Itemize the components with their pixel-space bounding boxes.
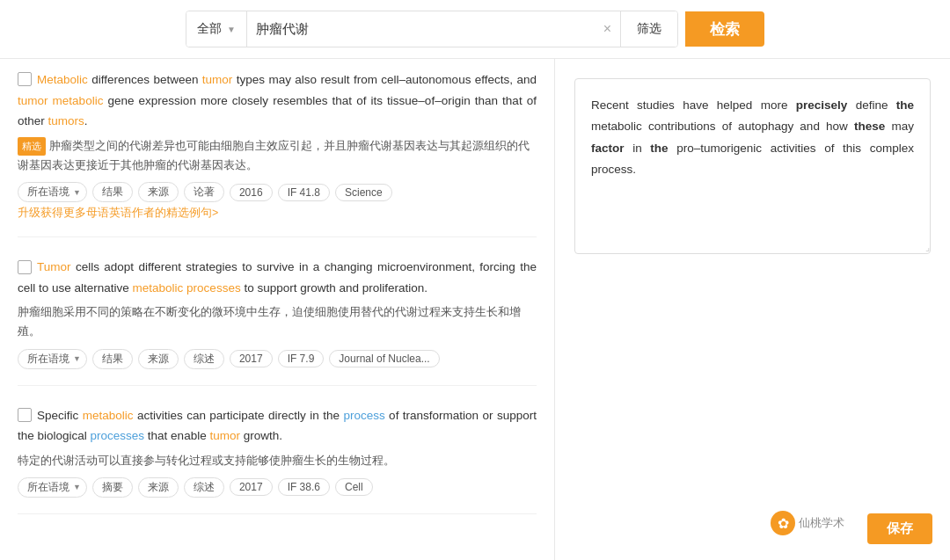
watermark: ✿ 仙桃学术 <box>771 511 844 535</box>
tag-source-1[interactable]: 来源 <box>138 182 179 202</box>
trans2-hl-1: 肿瘤 <box>18 305 40 318</box>
main-content: Metabolic differences between tumor type… <box>0 59 950 560</box>
tag-result-2[interactable]: 结果 <box>92 349 133 369</box>
trans-hl-5: 代谢 <box>178 158 201 171</box>
result-english-text-3: Specific metabolic activities can partic… <box>18 405 537 447</box>
result-translation-1: 精选肿瘤类型之间的代谢差异也可能由细胞自主效应引起，并且肿瘤代谢基因表达与其起源… <box>18 136 537 175</box>
trans-hl-2: 肿瘤代谢 <box>347 139 392 152</box>
result-translation-2: 肿瘤细胞采用不同的策略在不断变化的微环境中生存，迫使细胞使用替代的代谢过程来支持… <box>18 302 537 341</box>
trans-hl-4: 肿瘤 <box>143 158 166 171</box>
tag-abstract-3[interactable]: 摘要 <box>92 477 133 498</box>
right-panel-content: Recent studies have helped more precisel… <box>574 78 931 254</box>
upgrade-link[interactable]: 升级获得更多母语英语作者的精选例句> <box>18 206 218 221</box>
word-process-1: process <box>343 409 384 422</box>
tag-source-3[interactable]: 来源 <box>138 477 179 498</box>
tag-zongsu-3[interactable]: 综述 <box>184 477 224 498</box>
trans3-hl-2: 肿瘤 <box>281 454 303 467</box>
search-clear-button[interactable]: × <box>595 21 620 37</box>
results-panel: Metabolic differences between tumor type… <box>0 59 554 560</box>
item-icon-1 <box>18 72 32 86</box>
watermark-text: 仙桃学术 <box>799 515 844 531</box>
result-english-text: Metabolic differences between tumor type… <box>18 69 537 132</box>
tag-context-3[interactable]: 所在语境▼ <box>18 477 87 498</box>
tag-result-1[interactable]: 结果 <box>92 182 133 202</box>
tag-journal-1[interactable]: Science <box>335 184 392 201</box>
result-translation-3: 特定的代谢活动可以直接参与转化过程或支持能够使肿瘤生长的生物过程。 <box>18 451 537 470</box>
tag-if-2[interactable]: IF 7.9 <box>278 350 325 367</box>
tag-if-1[interactable]: IF 41.8 <box>278 184 330 201</box>
word-metabolic-2: metabolic <box>53 94 104 107</box>
resize-handle-icon[interactable]: ⌟ <box>917 241 930 253</box>
item-icon-3 <box>18 408 32 422</box>
tag-arrow-icon-2: ▼ <box>73 354 81 363</box>
word-tumor-3: Tumor <box>37 260 71 273</box>
result-item-3: Specific metabolic activities can partic… <box>18 405 537 514</box>
word-tumor-2: tumor <box>18 94 48 107</box>
search-category-label: 全部 <box>197 21 222 37</box>
search-category-dropdown[interactable]: 全部 ▼ <box>186 11 247 47</box>
watermark-icon: ✿ <box>771 511 795 535</box>
tag-context-1[interactable]: 所在语境▼ <box>18 182 87 202</box>
tag-context-2[interactable]: 所在语境▼ <box>18 349 87 369</box>
search-container: 全部 ▼ × 筛选 <box>186 11 678 47</box>
search-input[interactable] <box>247 11 595 47</box>
search-bar: 全部 ▼ × 筛选 检索 <box>0 0 950 59</box>
trans2-hl-2: 代谢 <box>395 305 418 318</box>
tag-source-2[interactable]: 来源 <box>138 349 179 369</box>
trans3-hl-1: 代谢 <box>52 454 75 467</box>
item-icon-2 <box>18 260 32 274</box>
word-metabolic-1: Metabolic <box>37 73 88 86</box>
category-arrow-icon: ▼ <box>227 25 236 34</box>
trans-hl-3: 代谢 <box>18 139 530 171</box>
tag-arrow-icon-1: ▼ <box>73 188 81 197</box>
word-metabolic-processes: metabolic processes <box>133 281 241 295</box>
tag-journal-2[interactable]: Journal of Nuclea... <box>329 350 439 367</box>
tag-journal-3[interactable]: Cell <box>335 478 373 496</box>
search-button[interactable]: 检索 <box>685 11 764 47</box>
badge-jingxuan-1: 精选 <box>18 137 46 156</box>
result-english-text-2: Tumor cells adopt different strategies t… <box>18 257 537 298</box>
word-tumors-1: tumors <box>48 114 84 127</box>
right-panel: Recent studies have helped more precisel… <box>554 59 950 560</box>
tag-lunzhu-1[interactable]: 论著 <box>184 182 224 202</box>
tags-row-1: 所在语境▼ 结果 来源 论著 2016 IF 41.8 Science <box>18 182 537 202</box>
tag-year-3[interactable]: 2017 <box>230 478 273 496</box>
result-item: Metabolic differences between tumor type… <box>18 69 537 237</box>
tag-arrow-icon-3: ▼ <box>73 483 81 491</box>
save-button[interactable]: 保存 <box>867 513 932 544</box>
tag-if-3[interactable]: IF 38.6 <box>278 478 330 496</box>
right-panel-text: Recent studies have helped more precisel… <box>591 95 914 180</box>
tags-row-2: 所在语境▼ 结果 来源 综述 2017 IF 7.9 Journal of Nu… <box>18 349 537 369</box>
trans-hl-1: 代谢 <box>129 139 152 152</box>
tag-zongsu-2[interactable]: 综述 <box>184 349 224 369</box>
word-tumor-1: tumor <box>202 73 233 86</box>
result-item-2: Tumor cells adopt different strategies t… <box>18 257 537 385</box>
tags-row-3: 所在语境▼ 摘要 来源 综述 2017 IF 38.6 Cell <box>18 477 537 498</box>
word-metabolic-3: metabolic <box>83 409 134 422</box>
filter-button[interactable]: 筛选 <box>620 11 677 47</box>
tag-year-2[interactable]: 2017 <box>230 350 273 367</box>
word-processes-1: processes <box>91 429 145 442</box>
tag-year-1[interactable]: 2016 <box>230 184 273 201</box>
word-tumor-4: tumor <box>209 429 240 442</box>
